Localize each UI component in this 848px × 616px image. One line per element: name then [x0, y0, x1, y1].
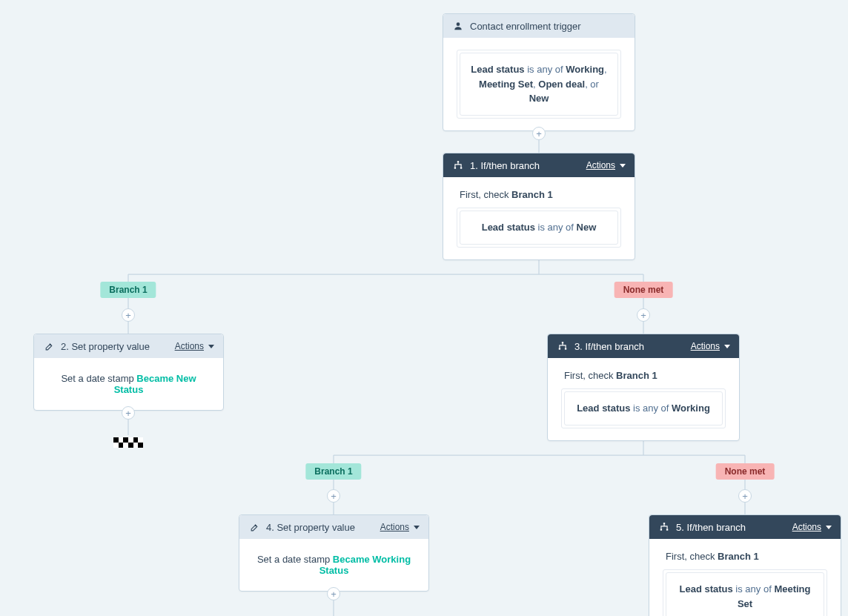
- node-3-title: 3. If/then branch: [574, 341, 691, 352]
- svg-rect-17: [565, 348, 566, 349]
- svg-point-11: [457, 22, 460, 26]
- svg-rect-14: [460, 167, 462, 168]
- node-5-condition: Lead status is any of Meeting Set: [666, 572, 824, 616]
- node-4-actions[interactable]: Actions: [380, 522, 420, 532]
- node-3-header: 3. If/then branch Actions: [548, 334, 739, 358]
- branch-label-salmon: None met: [716, 463, 775, 480]
- branch-icon: [452, 159, 464, 171]
- edit-icon: [248, 521, 260, 533]
- node-4-title: 4. Set property value: [266, 522, 380, 533]
- add-step-button[interactable]: +: [122, 308, 135, 322]
- node-2-card[interactable]: 2. Set property value Actions Set a date…: [33, 334, 224, 411]
- node-2-title: 2. Set property value: [61, 341, 175, 352]
- node-1-condition: Lead status is any of New: [460, 211, 618, 245]
- svg-rect-13: [454, 167, 456, 168]
- node-2-body: Set a date stamp Became New Status: [34, 358, 223, 410]
- node-4-card[interactable]: 4. Set property value Actions Set a date…: [239, 514, 429, 592]
- node-1-body: First, check Branch 1 Lead status is any…: [443, 177, 635, 259]
- branch-icon: [658, 521, 670, 533]
- node-3-body: First, check Branch 1 Lead status is any…: [548, 358, 739, 440]
- node-3-condition: Lead status is any of Working: [564, 391, 723, 425]
- node-3-actions[interactable]: Actions: [691, 341, 730, 351]
- svg-rect-18: [663, 523, 665, 524]
- branch-label-teal: Branch 1: [305, 463, 361, 480]
- node-1-card[interactable]: 1. If/then branch Actions First, check B…: [443, 153, 635, 260]
- node-5-header: 5. If/then branch Actions: [649, 515, 841, 539]
- node-2-text: Set a date stamp Became New Status: [61, 373, 196, 395]
- trigger-title: Contact enrollment trigger: [470, 21, 626, 32]
- node-2-header: 2. Set property value Actions: [34, 334, 223, 358]
- svg-rect-19: [660, 529, 662, 530]
- branch-label-teal: Branch 1: [100, 282, 156, 298]
- svg-rect-12: [457, 161, 459, 162]
- trigger-header: Contact enrollment trigger: [443, 14, 635, 38]
- node-5-title: 5. If/then branch: [676, 522, 792, 533]
- finish-icon: [113, 437, 143, 448]
- node-1-header: 1. If/then branch Actions: [443, 153, 635, 177]
- trigger-card[interactable]: Contact enrollment trigger Lead status i…: [443, 13, 635, 131]
- svg-rect-15: [562, 342, 563, 343]
- contact-icon: [452, 20, 464, 32]
- trigger-condition: Lead status is any of Working, Meeting S…: [460, 53, 618, 116]
- node-1-title: 1. If/then branch: [470, 160, 586, 171]
- node-4-header: 4. Set property value Actions: [239, 515, 428, 539]
- node-4-text: Set a date stamp Became Working Status: [257, 554, 411, 576]
- add-step-button[interactable]: +: [327, 489, 340, 503]
- branch-icon: [557, 340, 569, 352]
- add-step-button[interactable]: +: [637, 308, 650, 322]
- node-5-actions[interactable]: Actions: [792, 522, 832, 532]
- node-5-card[interactable]: 5. If/then branch Actions First, check B…: [649, 514, 841, 616]
- trigger-body: Lead status is any of Working, Meeting S…: [443, 38, 635, 130]
- add-step-button[interactable]: +: [327, 587, 340, 600]
- add-step-button[interactable]: +: [738, 489, 752, 503]
- branch-label-salmon: None met: [615, 282, 673, 298]
- add-step-button[interactable]: +: [122, 406, 135, 420]
- node-3-firstcheck: First, check Branch 1: [561, 370, 726, 388]
- node-1-actions[interactable]: Actions: [586, 160, 626, 170]
- node-1-firstcheck: First, check Branch 1: [457, 189, 621, 208]
- node-3-card[interactable]: 3. If/then branch Actions First, check B…: [547, 334, 740, 441]
- node-5-firstcheck: First, check Branch 1: [663, 551, 827, 569]
- node-2-actions[interactable]: Actions: [175, 341, 214, 351]
- svg-rect-16: [559, 348, 560, 349]
- node-4-body: Set a date stamp Became Working Status: [239, 539, 428, 591]
- node-5-body: First, check Branch 1 Lead status is any…: [649, 539, 841, 616]
- edit-icon: [43, 340, 55, 352]
- add-step-button[interactable]: +: [532, 127, 546, 140]
- svg-rect-20: [666, 529, 668, 530]
